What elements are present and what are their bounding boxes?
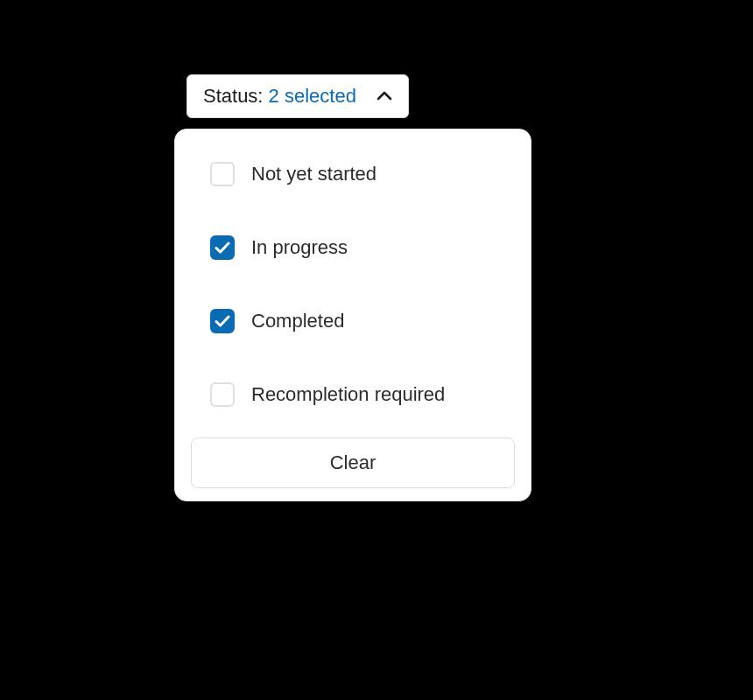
checkbox-unchecked-icon (210, 162, 235, 186)
clear-button[interactable]: Clear (191, 438, 515, 488)
option-label: Not yet started (251, 163, 376, 186)
option-recompletion-required[interactable]: Recompletion required (191, 373, 515, 416)
chevron-up-icon (376, 91, 392, 102)
option-label: Completed (251, 310, 344, 332)
checkbox-checked-icon (210, 309, 235, 333)
checkbox-unchecked-icon (210, 382, 235, 407)
option-label: Recompletion required (251, 383, 445, 406)
status-filter-trigger[interactable]: Status: 2 selected (186, 74, 409, 118)
option-label: In progress (251, 236, 348, 259)
status-filter-value: 2 selected (269, 85, 356, 107)
status-filter-dropdown: Not yet started In progress Completed Re… (174, 129, 531, 501)
status-filter-text: Status: 2 selected (203, 85, 356, 108)
option-not-yet-started[interactable]: Not yet started (191, 152, 515, 196)
option-in-progress[interactable]: In progress (191, 226, 515, 270)
status-filter-label: Status: (203, 85, 269, 107)
checkbox-checked-icon (210, 235, 235, 260)
option-completed[interactable]: Completed (191, 299, 515, 343)
